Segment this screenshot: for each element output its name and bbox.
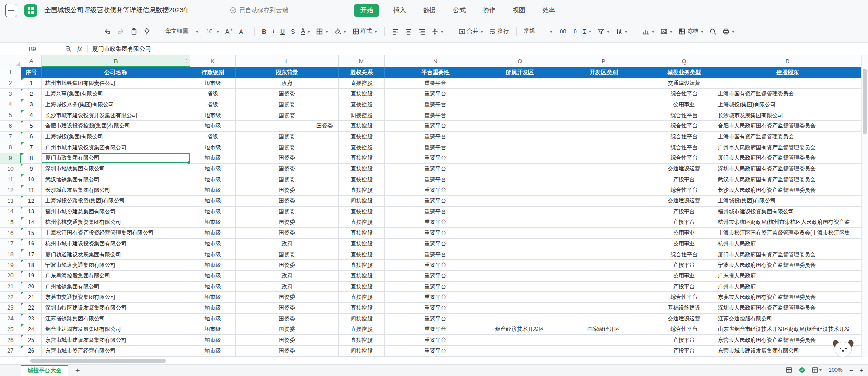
header-cell-K[interactable]: 行政级别: [190, 67, 236, 78]
cell-M4[interactable]: 直接控股: [339, 99, 385, 110]
cell-R16[interactable]: 上海市松江区国有资产监督管理委员会(上海市松江区集: [714, 228, 861, 239]
cell-N12[interactable]: 重要平台: [385, 185, 486, 196]
column-header-Q[interactable]: Q: [654, 55, 714, 67]
cell-L2[interactable]: 政府: [236, 78, 339, 89]
cell-R10[interactable]: 深圳市人民政府国有资产监督管理委员会: [714, 164, 861, 174]
cell-M7[interactable]: 直接控股: [339, 132, 385, 142]
align-center-button[interactable]: [405, 28, 412, 35]
row-header-17[interactable]: 17: [0, 239, 21, 249]
cell-B4[interactable]: 上海城投水务(集团)有限公司: [42, 99, 190, 110]
cell-R2[interactable]: [714, 78, 861, 89]
cell-P7[interactable]: [553, 132, 654, 142]
cell-R12[interactable]: 长沙市人民政府国有资产监督管理委员会: [714, 185, 861, 196]
cell-N2[interactable]: 重要平台: [385, 78, 486, 89]
row-header-15[interactable]: 15: [0, 217, 21, 228]
cell-R17[interactable]: 杭州市人民政府: [714, 239, 861, 249]
cell-L4[interactable]: 国资委: [236, 99, 339, 110]
spreadsheet-app-icon[interactable]: [24, 4, 37, 17]
status-green-icon[interactable]: [799, 367, 805, 373]
tab-formula[interactable]: 公式: [450, 4, 468, 17]
header-cell-B[interactable]: 公司名称: [42, 67, 190, 78]
row-header-3[interactable]: 3: [0, 89, 21, 99]
cell-L11[interactable]: 国资委: [236, 174, 339, 185]
cell-L25[interactable]: 国资委: [236, 324, 339, 335]
cell-B11[interactable]: 武汉地铁集团有限公司: [42, 174, 190, 185]
select-all-corner[interactable]: [0, 55, 21, 67]
cell-O17[interactable]: [486, 239, 553, 249]
cell-M23[interactable]: 直接控股: [339, 303, 385, 314]
cell-L20[interactable]: 政府: [236, 271, 339, 282]
cell-P24[interactable]: [553, 314, 654, 324]
cell-R13[interactable]: 上海城投(集团)有限公司: [714, 196, 861, 207]
cell-P9[interactable]: [553, 153, 654, 164]
column-header-O[interactable]: O: [486, 55, 553, 67]
cell-N10[interactable]: 重要平台: [385, 164, 486, 174]
cell-L14[interactable]: 国资委: [236, 207, 339, 217]
row-header-21[interactable]: 21: [0, 282, 21, 292]
merge-cells-button[interactable]: 合并: [458, 28, 483, 35]
cell-M11[interactable]: 直接控股: [339, 174, 385, 185]
cell-P11[interactable]: [553, 174, 654, 185]
puppy-mascot[interactable]: [833, 339, 854, 359]
cell-P16[interactable]: [553, 228, 654, 239]
cell-M6[interactable]: 直接控股: [339, 121, 385, 132]
header-cell-R[interactable]: 控股股东: [714, 67, 861, 78]
cell-N26[interactable]: 重要平台: [385, 335, 486, 346]
cell-N20[interactable]: 重要平台: [385, 271, 486, 282]
row-header-16[interactable]: 16: [0, 228, 21, 239]
cell-Q2[interactable]: 交通建设运营: [654, 78, 714, 89]
vertical-scrollbar[interactable]: [861, 55, 868, 357]
cell-A21[interactable]: 20: [21, 282, 42, 292]
cell-O3[interactable]: [486, 89, 553, 99]
cell-Q20[interactable]: 公用事业: [654, 271, 714, 282]
row-header-9[interactable]: 9: [0, 153, 21, 164]
cell-Q16[interactable]: 公用事业: [654, 228, 714, 239]
undo-button[interactable]: [104, 28, 111, 35]
cell-N13[interactable]: 重要平台: [385, 196, 486, 207]
zoom-out-button[interactable]: −: [849, 367, 853, 374]
cell-P25[interactable]: 国家级经开区: [553, 324, 654, 335]
cell-A22[interactable]: 21: [21, 292, 42, 303]
home-file-icon[interactable]: [5, 4, 17, 17]
page-layout-button[interactable]: [812, 367, 822, 373]
cell-Q7[interactable]: 综合性平台: [654, 132, 714, 142]
cell-P10[interactable]: [553, 164, 654, 174]
cell-K17[interactable]: 地市级: [190, 239, 236, 249]
cell-A8[interactable]: 7: [21, 142, 42, 153]
tab-data[interactable]: 数据: [420, 4, 439, 17]
cell-O22[interactable]: [486, 292, 553, 303]
cell-K3[interactable]: 省级: [190, 89, 236, 99]
cell-O25[interactable]: 烟台经济技术开发区: [486, 324, 553, 335]
cell-B7[interactable]: 上海城投(集团)有限公司: [42, 132, 190, 142]
cell-K15[interactable]: 地市级: [190, 217, 236, 228]
horizontal-scrollbar[interactable]: [21, 357, 861, 364]
cell-B16[interactable]: 上海松江国有资产投资经营管理集团有限公司: [42, 228, 190, 239]
row-header-10[interactable]: 10: [0, 164, 21, 174]
cell-N17[interactable]: 重要平台: [385, 239, 486, 249]
cell-K10[interactable]: 地市级: [190, 164, 236, 174]
cell-K13[interactable]: 地市级: [190, 196, 236, 207]
font-size-select[interactable]: 10: [204, 28, 219, 35]
cell-M21[interactable]: 直接控股: [339, 282, 385, 292]
cell-O15[interactable]: [486, 217, 553, 228]
row-header-22[interactable]: 22: [0, 292, 21, 303]
cell-O18[interactable]: [486, 249, 553, 260]
cell-Q9[interactable]: 综合性平台: [654, 153, 714, 164]
cell-K22[interactable]: 地市级: [190, 292, 236, 303]
zoom-level[interactable]: 100%: [829, 367, 843, 373]
grid-view-icon[interactable]: [786, 367, 792, 373]
cell-A11[interactable]: 10: [21, 174, 42, 185]
underline-button[interactable]: U: [280, 28, 285, 35]
column-header-L[interactable]: L: [236, 55, 339, 67]
header-cell-N[interactable]: 平台重要性: [385, 67, 486, 78]
cell-Q21[interactable]: 产投平台: [654, 282, 714, 292]
cell-N11[interactable]: 重要平台: [385, 174, 486, 185]
cell-K20[interactable]: 地市级: [190, 271, 236, 282]
cell-O5[interactable]: [486, 110, 553, 121]
cell-K8[interactable]: 地市级: [190, 142, 236, 153]
cell-B26[interactable]: 东营市城市建设发展集团有限公司: [42, 335, 190, 346]
cell-R6[interactable]: 合肥市人民政府国有资产监督管理委员会: [714, 121, 861, 132]
cell-K18[interactable]: 地市级: [190, 249, 236, 260]
cell-Q8[interactable]: 综合性平台: [654, 142, 714, 153]
cell-K5[interactable]: 地市级: [190, 110, 236, 121]
